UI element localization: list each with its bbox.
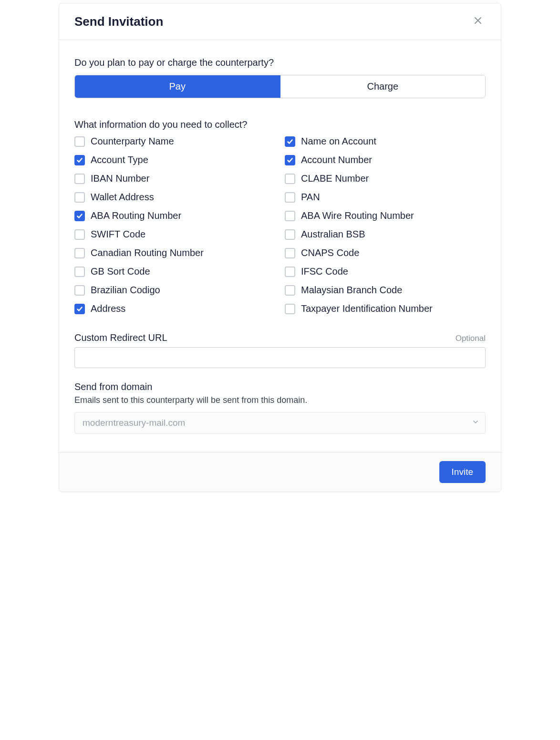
checkbox-item-gb-sort-code[interactable]: GB Sort Code	[74, 266, 275, 277]
send-from-domain-helper: Emails sent to this counterparty will be…	[74, 395, 486, 405]
custom-redirect-input[interactable]	[74, 347, 486, 368]
checkbox-label-aba-routing-number: ABA Routing Number	[91, 210, 181, 221]
send-from-domain-block: Send from domain Emails sent to this cou…	[74, 381, 486, 434]
checkbox-item-taxpayer-id[interactable]: Taxpayer Identification Number	[285, 303, 486, 314]
checkbox-label-pan: PAN	[301, 192, 320, 203]
checkbox-aba-wire-routing[interactable]	[285, 211, 295, 221]
collect-info-question: What information do you need to collect?	[74, 119, 486, 130]
checkbox-label-gb-sort-code: GB Sort Code	[91, 266, 150, 277]
checkbox-taxpayer-id[interactable]	[285, 304, 295, 314]
checkbox-account-type[interactable]	[74, 155, 85, 165]
checkbox-item-pan[interactable]: PAN	[285, 192, 486, 203]
checkbox-australian-bsb[interactable]	[285, 229, 295, 240]
checkbox-item-ifsc-code[interactable]: IFSC Code	[285, 266, 486, 277]
checkbox-label-account-type: Account Type	[91, 154, 148, 165]
checkbox-account-number[interactable]	[285, 155, 295, 165]
checkbox-label-aba-wire-routing: ABA Wire Routing Number	[301, 210, 414, 221]
checkbox-brazilian-codigo[interactable]	[74, 285, 85, 296]
checkbox-item-swift-code[interactable]: SWIFT Code	[74, 229, 275, 240]
checkbox-label-counterparty-name: Counterparty Name	[91, 136, 174, 147]
checkbox-item-iban-number[interactable]: IBAN Number	[74, 173, 275, 184]
checkbox-item-clabe-number[interactable]: CLABE Number	[285, 173, 486, 184]
checkbox-label-clabe-number: CLABE Number	[301, 173, 369, 184]
checkbox-label-brazilian-codigo: Brazilian Codigo	[91, 285, 160, 296]
checkbox-malaysian-branch[interactable]	[285, 285, 295, 296]
send-from-domain-select[interactable]	[74, 412, 486, 434]
checkbox-ifsc-code[interactable]	[285, 267, 295, 277]
modal-footer: Invite	[59, 452, 501, 492]
checkbox-item-counterparty-name[interactable]: Counterparty Name	[74, 136, 275, 147]
checkbox-label-address: Address	[91, 303, 125, 314]
checkbox-label-iban-number: IBAN Number	[91, 173, 149, 184]
checkbox-item-account-type[interactable]: Account Type	[74, 154, 275, 165]
modal-header: Send Invitation	[59, 3, 501, 40]
checkbox-item-brazilian-codigo[interactable]: Brazilian Codigo	[74, 285, 275, 296]
checkbox-swift-code[interactable]	[74, 229, 85, 240]
checkbox-label-name-on-account: Name on Account	[301, 136, 376, 147]
invite-button[interactable]: Invite	[439, 461, 486, 483]
checkbox-label-wallet-address: Wallet Address	[91, 192, 154, 203]
checkbox-label-account-number: Account Number	[301, 154, 372, 165]
checkbox-clabe-number[interactable]	[285, 174, 295, 184]
checkbox-item-aba-wire-routing[interactable]: ABA Wire Routing Number	[285, 210, 486, 221]
checkbox-item-name-on-account[interactable]: Name on Account	[285, 136, 486, 147]
checkbox-name-on-account[interactable]	[285, 136, 295, 147]
close-icon	[474, 15, 482, 28]
send-from-domain-label: Send from domain	[74, 381, 486, 392]
checkbox-item-malaysian-branch[interactable]: Malaysian Branch Code	[285, 285, 486, 296]
checkbox-label-swift-code: SWIFT Code	[91, 229, 145, 240]
custom-redirect-label: Custom Redirect URL	[74, 332, 167, 343]
checkbox-item-australian-bsb[interactable]: Australian BSB	[285, 229, 486, 240]
pay-or-charge-question: Do you plan to pay or charge the counter…	[74, 57, 486, 68]
send-invitation-modal: Send Invitation Do you plan to pay or ch…	[59, 3, 501, 492]
checkbox-canadian-routing[interactable]	[74, 248, 85, 258]
checkbox-address[interactable]	[74, 304, 85, 314]
pay-toggle-button[interactable]: Pay	[75, 75, 280, 98]
pay-charge-toggle: Pay Charge	[74, 75, 486, 98]
checkbox-iban-number[interactable]	[74, 174, 85, 184]
checkbox-counterparty-name[interactable]	[74, 136, 85, 147]
checkbox-label-malaysian-branch: Malaysian Branch Code	[301, 285, 402, 296]
checkbox-label-canadian-routing: Canadian Routing Number	[91, 247, 204, 258]
checkbox-gb-sort-code[interactable]	[74, 267, 85, 277]
checkbox-aba-routing-number[interactable]	[74, 211, 85, 221]
checkbox-cnaps-code[interactable]	[285, 248, 295, 258]
charge-toggle-button[interactable]: Charge	[280, 75, 486, 98]
checkbox-item-account-number[interactable]: Account Number	[285, 154, 486, 165]
modal-title: Send Invitation	[74, 14, 163, 29]
checkbox-label-australian-bsb: Australian BSB	[301, 229, 365, 240]
info-checkbox-grid: Counterparty NameName on AccountAccount …	[74, 136, 486, 314]
checkbox-pan[interactable]	[285, 192, 295, 203]
checkbox-item-canadian-routing[interactable]: Canadian Routing Number	[74, 247, 275, 258]
checkbox-item-aba-routing-number[interactable]: ABA Routing Number	[74, 210, 275, 221]
close-button[interactable]	[470, 14, 486, 29]
checkbox-label-ifsc-code: IFSC Code	[301, 266, 348, 277]
checkbox-wallet-address[interactable]	[74, 192, 85, 203]
modal-body: Do you plan to pay or charge the counter…	[59, 40, 501, 452]
checkbox-item-cnaps-code[interactable]: CNAPS Code	[285, 247, 486, 258]
optional-tag: Optional	[456, 334, 486, 343]
checkbox-label-cnaps-code: CNAPS Code	[301, 247, 359, 258]
checkbox-item-address[interactable]: Address	[74, 303, 275, 314]
checkbox-item-wallet-address[interactable]: Wallet Address	[74, 192, 275, 203]
custom-redirect-block: Custom Redirect URL Optional	[74, 332, 486, 368]
checkbox-label-taxpayer-id: Taxpayer Identification Number	[301, 303, 433, 314]
